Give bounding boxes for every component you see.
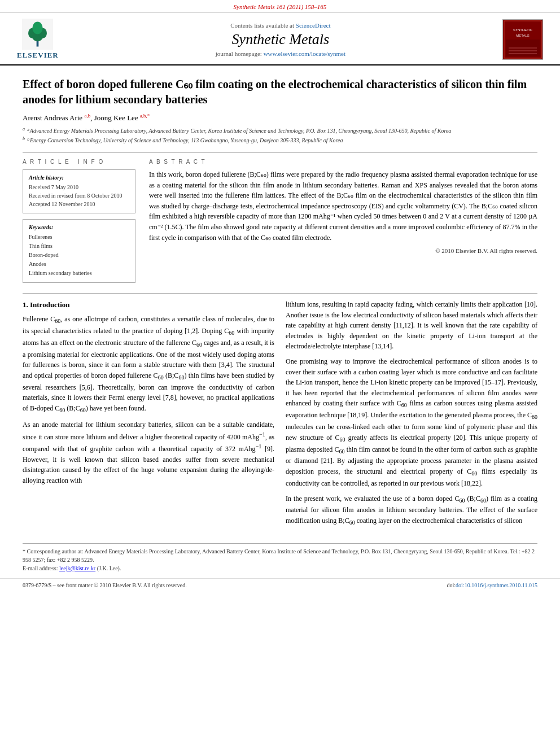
svg-text:SYNTHETIC: SYNTHETIC <box>513 28 533 32</box>
doi-text: doi:doi:10.1016/j.synthmet.2010.11.015 <box>447 582 537 588</box>
keyword-anodes: Anodes <box>29 260 129 269</box>
journal-cover-image: SYNTHETIC METALS <box>502 19 543 60</box>
journal-reference: Synthetic Metals 161 (2011) 158–165 <box>234 3 327 10</box>
journal-homepage: journal homepage: www.elsevier.com/locat… <box>59 50 502 57</box>
keyword-thin-films: Thin films <box>29 242 129 251</box>
article-info-label: A R T I C L E I N F O <box>23 159 135 165</box>
intro-paragraph-3: lithium ions, resulting in rapid capacit… <box>286 299 537 352</box>
authors-line: Arenst Andreas Arie a,b, Joong Kee Lee a… <box>23 113 537 123</box>
abstract-column: A B S T R A C T In this work, boron dope… <box>149 159 537 283</box>
accepted-date: Accepted 12 November 2010 <box>29 200 129 208</box>
affiliation-a: a ᵃ Advanced Energy Materials Processing… <box>23 126 537 135</box>
bottom-bar: 0379-6779/$ – see front matter © 2010 El… <box>0 578 560 592</box>
contents-line: Contents lists available at ScienceDirec… <box>59 22 502 29</box>
article-history-box: Article history: Received 7 May 2010 Rec… <box>23 169 135 213</box>
article-info-abstract-section: A R T I C L E I N F O Article history: R… <box>23 159 537 283</box>
abstract-divider <box>23 293 537 294</box>
svg-point-5 <box>33 22 43 34</box>
article-info-column: A R T I C L E I N F O Article history: R… <box>23 159 135 283</box>
contents-text: Contents lists available at <box>230 22 294 29</box>
intro-paragraph-4: One promising way to improve the electro… <box>286 356 537 489</box>
body-left-column: 1. Introduction Fullerene C60, as one al… <box>23 299 274 532</box>
elsevier-logo: ELSEVIER <box>17 19 59 60</box>
abstract-label: A B S T R A C T <box>149 159 537 165</box>
journal-title: Synthetic Metals <box>59 31 502 48</box>
introduction-heading: 1. Introduction <box>23 299 274 311</box>
intro-paragraph-1: Fullerene C60, as one allotrope of carbo… <box>23 314 274 415</box>
keyword-boron-doped: Boron-doped <box>29 251 129 260</box>
article-title: Effect of boron doped fullerene C₆₀ film… <box>23 77 537 107</box>
affiliation-b: b ᵇ Energy Conversion Technology, Univer… <box>23 136 537 145</box>
email-link[interactable]: leejk@kist.re.kr <box>59 565 95 571</box>
homepage-link[interactable]: www.elsevier.com/locate/synmet <box>264 50 345 57</box>
footnote-email: E-mail address: leejk@kist.re.kr (J.K. L… <box>23 564 537 573</box>
journal-reference-bar: Synthetic Metals 161 (2011) 158–165 <box>0 0 560 13</box>
elsevier-tree-icon <box>22 19 53 50</box>
body-right-column: lithium ions, resulting in rapid capacit… <box>286 299 537 532</box>
keywords-box: Keywords: Fullerenes Thin films Boron-do… <box>23 219 135 283</box>
revised-date: Received in revised form 8 October 2010 <box>29 191 129 200</box>
footnote-star-text: * Corresponding author at: Advanced Ener… <box>23 547 537 564</box>
intro-paragraph-2: As an anode material for lithium seconda… <box>23 420 274 486</box>
article-body: Effect of boron doped fullerene C₆₀ film… <box>0 65 560 543</box>
authors-text: Arenst Andreas Arie a,b, Joong Kee Lee a… <box>23 113 150 122</box>
affiliations: a ᵃ Advanced Energy Materials Processing… <box>23 126 537 145</box>
intro-paragraph-5: In the present work, we evaluated the us… <box>286 493 537 527</box>
journal-header: ELSEVIER Contents lists available at Sci… <box>0 13 560 65</box>
sciencedirect-link[interactable]: ScienceDirect <box>296 22 331 29</box>
title-divider <box>23 152 537 153</box>
svg-text:METALS: METALS <box>516 34 530 37</box>
keyword-fullerenes: Fullerenes <box>29 233 129 242</box>
abstract-copyright: © 2010 Elsevier B.V. All rights reserved… <box>149 247 537 254</box>
abstract-text: In this work, boron doped fullerene (B;C… <box>149 169 537 243</box>
keyword-lithium-secondary: Lithium secondary batteries <box>29 269 129 278</box>
received-date: Received 7 May 2010 <box>29 183 129 191</box>
journal-header-center: Contents lists available at ScienceDirec… <box>59 22 502 57</box>
article-history-heading: Article history: <box>29 174 129 181</box>
homepage-text: journal homepage: <box>216 50 262 57</box>
body-text-section: 1. Introduction Fullerene C60, as one al… <box>23 299 537 532</box>
elsevier-label: ELSEVIER <box>17 51 59 60</box>
issn-text: 0379-6779/$ – see front matter © 2010 El… <box>23 582 187 588</box>
keywords-heading: Keywords: <box>29 224 129 230</box>
doi-link[interactable]: doi:10.1016/j.synthmet.2010.11.015 <box>456 582 537 588</box>
corresponding-author-footnote: * Corresponding author at: Advanced Ener… <box>23 543 537 573</box>
